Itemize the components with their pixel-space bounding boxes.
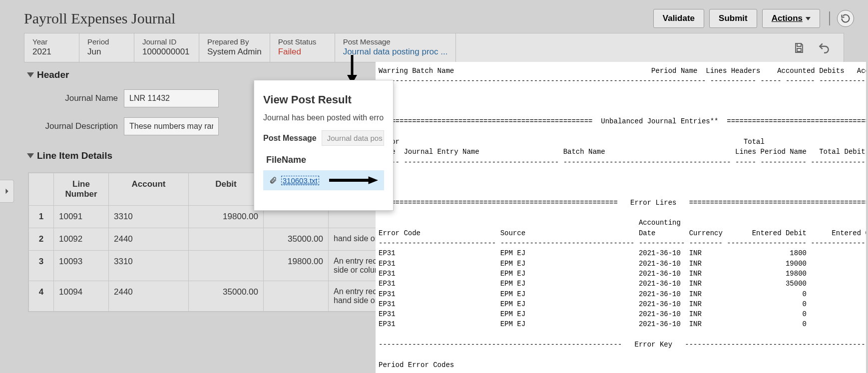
- cell-credit: [264, 281, 329, 312]
- svg-rect-0: [797, 48, 801, 51]
- topbar: Payroll Expenses Journal Validate Submit…: [0, 0, 868, 33]
- toolbar-separator: [829, 11, 830, 25]
- col-rownum: [29, 173, 54, 206]
- meta-journalid-value: 1000000001: [142, 47, 191, 57]
- journal-name-label: Journal Name: [28, 93, 118, 103]
- cell-credit: 35000.00: [264, 228, 329, 251]
- details-section-label: Line Item Details: [37, 150, 112, 161]
- col-line-number: Line Number: [54, 173, 109, 206]
- meta-postmessage-label: Post Message: [343, 37, 448, 46]
- actions-label: Actions: [772, 13, 803, 23]
- meta-preparedby-value: System Admin: [207, 47, 262, 57]
- panel-postmessage-label: Post Message: [263, 134, 317, 143]
- collapse-icon: [27, 72, 34, 77]
- actions-menu-button[interactable]: Actions: [762, 9, 820, 28]
- page-title: Payroll Expenses Journal: [24, 10, 175, 27]
- col-debit: Debit: [189, 173, 264, 206]
- cell-credit: 19800.00: [264, 251, 329, 281]
- undo-button[interactable]: [817, 40, 832, 55]
- journal-meta-row: Year 2021 Period Jun Journal ID 10000000…: [24, 33, 844, 62]
- journal-desc-input[interactable]: [124, 117, 219, 135]
- journal-name-input[interactable]: [124, 89, 219, 107]
- submit-button[interactable]: Submit: [709, 9, 757, 28]
- meta-journalid-label: Journal ID: [142, 37, 191, 46]
- cell-debit: [189, 251, 264, 281]
- panel-subtitle: Journal has been posted with erro: [263, 113, 384, 122]
- cell-line-number: 10091: [54, 206, 109, 228]
- topbar-actions: Validate Submit Actions: [653, 9, 854, 28]
- meta-period-value: Jun: [87, 47, 126, 57]
- svg-marker-4: [368, 176, 378, 184]
- left-drawer-toggle[interactable]: [0, 180, 14, 203]
- cell-account: 2440: [109, 281, 189, 312]
- chevron-down-icon: [806, 17, 811, 20]
- meta-period-label: Period: [87, 37, 126, 46]
- cell-rownum: 1: [29, 206, 54, 228]
- collapse-icon: [27, 153, 34, 158]
- view-post-result-panel: View Post Result Journal has been posted…: [254, 80, 394, 211]
- refresh-icon: [841, 13, 851, 23]
- meta-preparedby-label: Prepared By: [207, 37, 262, 46]
- panel-file-link[interactable]: 310603.txt: [281, 176, 319, 185]
- cell-account: 3310: [109, 251, 189, 281]
- annotation-arrow-right-icon: [329, 175, 378, 185]
- meta-poststatus-value: Failed: [278, 47, 327, 57]
- journal-desc-label: Journal Description: [28, 121, 118, 131]
- cell-line-number: 10093: [54, 251, 109, 281]
- cell-rownum: 4: [29, 281, 54, 312]
- panel-postmessage-value: Journal data pos: [322, 130, 384, 146]
- undo-icon: [818, 41, 831, 54]
- meta-poststatus-label: Post Status: [278, 37, 327, 46]
- cell-debit: [189, 228, 264, 251]
- chevron-right-icon: [3, 188, 10, 195]
- post-result-report: Warring Batch Name Period Name Lines Hea…: [376, 62, 866, 373]
- header-section-label: Header: [37, 69, 69, 80]
- panel-file-row: 310603.txt: [263, 170, 384, 190]
- refresh-button[interactable]: [837, 10, 854, 27]
- cell-debit: 19800.00: [189, 206, 264, 228]
- col-account: Account: [109, 173, 189, 206]
- cell-debit: 35000.00: [189, 281, 264, 312]
- panel-title: View Post Result: [263, 93, 384, 106]
- meta-year-value: 2021: [32, 47, 71, 57]
- cell-line-number: 10094: [54, 281, 109, 312]
- save-icon: [793, 42, 805, 54]
- panel-filename-label: FileName: [266, 155, 384, 165]
- meta-year-label: Year: [32, 37, 71, 46]
- cell-rownum: 2: [29, 228, 54, 251]
- meta-postmessage-link[interactable]: Journal data posting proc ...: [343, 47, 448, 57]
- attachment-icon: [269, 176, 277, 184]
- cell-account: 3310: [109, 206, 189, 228]
- save-button[interactable]: [792, 40, 807, 55]
- cell-rownum: 3: [29, 251, 54, 281]
- validate-button[interactable]: Validate: [653, 9, 704, 28]
- cell-account: 2440: [109, 228, 189, 251]
- cell-line-number: 10092: [54, 228, 109, 251]
